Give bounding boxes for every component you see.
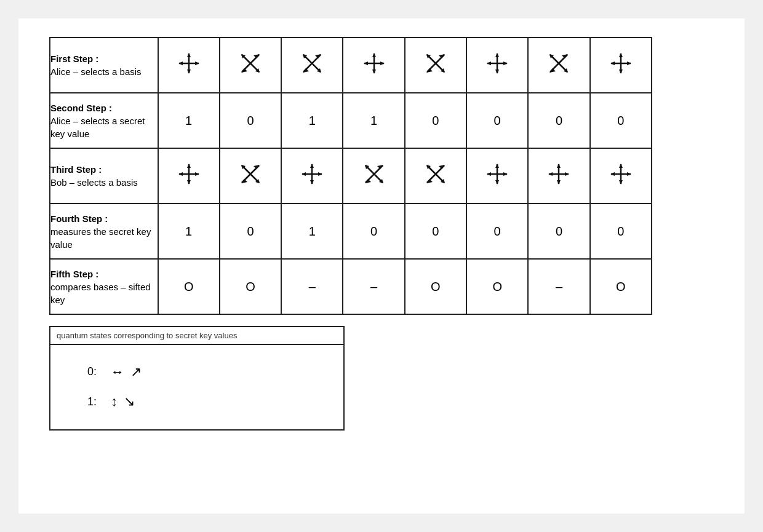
table-row-3: Fourth Step :measures the secret key val…	[50, 204, 652, 259]
legend-row-1: 1: ↕ ↘	[87, 387, 325, 416]
table-row-1: Second Step :Alice – selects a secret ke…	[50, 93, 652, 148]
data-cell-0-1	[220, 38, 281, 93]
data-cell-4-5: O	[466, 259, 528, 314]
svg-marker-70	[377, 165, 383, 169]
table-row-4: Fifth Step :compares bases – sifted keyO…	[50, 259, 652, 314]
svg-marker-44	[619, 53, 623, 57]
svg-marker-11	[241, 68, 247, 73]
svg-marker-59	[241, 179, 247, 183]
data-cell-2-0	[158, 148, 220, 204]
svg-marker-10	[254, 54, 260, 58]
label-cell-4: Fifth Step :compares bases – sifted key	[50, 259, 158, 314]
legend-arrow-horiz-0: ↔	[111, 357, 124, 387]
data-cell-3-6: 0	[528, 204, 589, 259]
svg-marker-64	[302, 172, 306, 176]
table-row-0: First Step :Alice – selects a basis	[50, 38, 652, 93]
data-cell-0-4	[405, 38, 466, 93]
data-cell-0-5	[466, 38, 528, 93]
data-cell-2-1	[220, 148, 281, 204]
svg-marker-63	[310, 180, 314, 185]
svg-marker-81	[495, 180, 499, 185]
svg-marker-92	[619, 164, 623, 168]
svg-marker-46	[610, 62, 615, 65]
svg-marker-53	[195, 172, 199, 176]
svg-marker-2	[187, 53, 191, 57]
legend-arrow-vert-1: ↕	[111, 387, 118, 416]
data-cell-3-0: 1	[158, 204, 220, 259]
data-cell-4-0: O	[158, 259, 220, 314]
data-cell-1-2: 1	[281, 93, 343, 148]
svg-marker-65	[318, 172, 322, 176]
data-cell-0-3	[343, 38, 404, 93]
legend-content: 0: ↔ ↗ 1: ↕ ↘	[50, 345, 343, 429]
svg-marker-95	[627, 172, 631, 176]
svg-marker-41	[549, 68, 556, 73]
page-container: First Step :Alice – selects a basis	[18, 18, 745, 514]
svg-marker-21	[372, 69, 376, 74]
svg-marker-71	[365, 179, 371, 183]
svg-marker-29	[426, 68, 433, 73]
data-cell-4-3: –	[343, 259, 404, 314]
svg-marker-93	[619, 180, 623, 185]
svg-marker-83	[503, 172, 508, 176]
data-cell-3-2: 1	[281, 204, 343, 259]
legend-title: quantum states corresponding to secret k…	[50, 327, 343, 345]
data-cell-3-4: 0	[405, 204, 466, 259]
data-cell-3-3: 0	[343, 204, 404, 259]
svg-marker-62	[310, 164, 314, 168]
svg-marker-17	[303, 68, 309, 73]
data-cell-1-5: 0	[466, 93, 528, 148]
svg-marker-58	[254, 165, 260, 169]
data-cell-0-2	[281, 38, 343, 93]
data-cell-3-5: 0	[466, 204, 528, 259]
data-cell-1-3: 1	[343, 93, 404, 148]
data-cell-3-7: 0	[590, 204, 652, 259]
label-cell-0: First Step :Alice – selects a basis	[50, 38, 158, 93]
svg-marker-86	[557, 164, 561, 168]
svg-marker-80	[495, 164, 499, 168]
legend-arrow-diag-1: ↘	[124, 387, 135, 416]
data-cell-0-6	[528, 38, 589, 93]
data-cell-3-1: 0	[220, 204, 281, 259]
label-cell-3: Fourth Step :measures the secret key val…	[50, 204, 158, 259]
svg-marker-23	[380, 62, 385, 65]
svg-marker-94	[610, 172, 615, 176]
svg-marker-35	[503, 62, 508, 65]
data-cell-2-5	[466, 148, 528, 204]
table-row-2: Third Step :Bob – selects a basis	[50, 148, 652, 204]
data-cell-2-7	[590, 148, 652, 204]
label-cell-2: Third Step :Bob – selects a basis	[50, 148, 158, 204]
svg-marker-22	[364, 62, 368, 65]
svg-marker-76	[439, 165, 445, 169]
svg-marker-16	[315, 54, 321, 58]
data-cell-4-1: O	[220, 259, 281, 314]
svg-marker-88	[548, 172, 553, 176]
data-cell-4-7: O	[590, 259, 652, 314]
svg-marker-32	[495, 53, 499, 57]
data-cell-1-6: 0	[528, 93, 589, 148]
data-cell-1-7: 0	[590, 93, 652, 148]
svg-marker-40	[562, 54, 568, 58]
svg-marker-20	[372, 53, 376, 57]
data-cell-2-2	[281, 148, 343, 204]
svg-marker-34	[487, 62, 491, 65]
svg-marker-45	[619, 69, 623, 74]
data-cell-1-4: 0	[405, 93, 466, 148]
legend-key-1: 1:	[87, 390, 105, 415]
svg-marker-87	[557, 180, 561, 185]
data-cell-2-3	[343, 148, 404, 204]
main-table: First Step :Alice – selects a basis	[49, 37, 652, 315]
legend-row-0: 0: ↔ ↗	[87, 357, 325, 387]
svg-marker-3	[187, 69, 191, 74]
data-cell-2-4	[405, 148, 466, 204]
svg-marker-52	[178, 172, 183, 176]
svg-marker-33	[495, 69, 499, 74]
legend-box: quantum states corresponding to secret k…	[49, 326, 345, 431]
legend-arrow-diag-0: ↗	[130, 357, 142, 387]
data-cell-1-1: 0	[220, 93, 281, 148]
data-cell-2-6	[528, 148, 589, 204]
data-cell-4-2: –	[281, 259, 343, 314]
label-cell-1: Second Step :Alice – selects a secret ke…	[50, 93, 158, 148]
svg-marker-89	[565, 172, 569, 176]
svg-marker-50	[187, 164, 191, 168]
